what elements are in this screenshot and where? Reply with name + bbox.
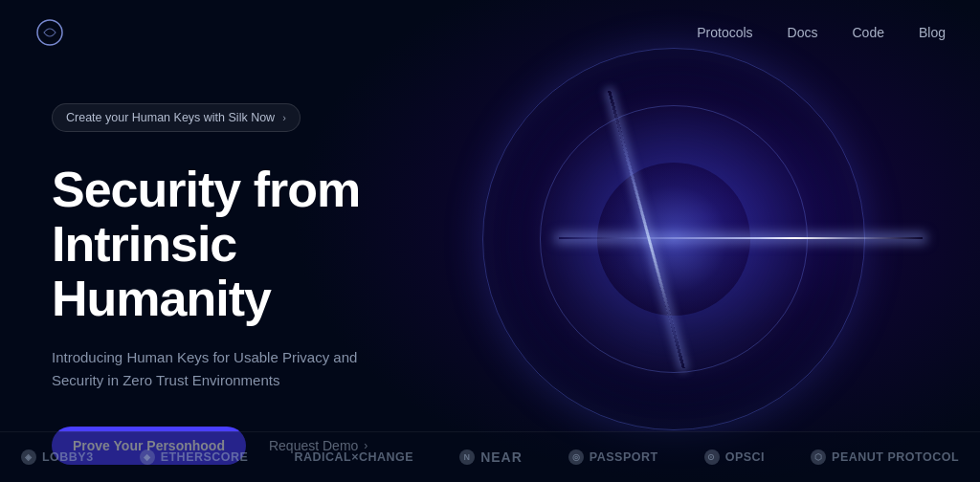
beam-horizontal [559,237,923,239]
nav-docs[interactable]: Docs [788,25,818,40]
hero-section: Create your Human Keys with Silk Now › S… [0,65,498,482]
partner-radicalchange: RADICAL×CHANGE [294,450,413,464]
peanut-label: PEANUT PROTOCOL [832,450,959,464]
navbar: Protocols Docs Code Blog [0,0,980,65]
near-label: near [480,449,523,465]
partners-bar: ◈ Lobby3 ◆ ETHERSCORE RADICAL×CHANGE N n… [0,431,980,482]
nav-blog[interactable]: Blog [919,25,946,40]
heading-line1: Security from [52,162,360,217]
hero-subtitle: Introducing Human Keys for Usable Privac… [52,346,358,392]
radicalchange-label: RADICAL×CHANGE [294,450,413,464]
partner-opsci: ⊙ OPSCI [704,449,765,465]
orb-glow [597,163,750,316]
passport-label: Passport [590,450,658,464]
etherscore-icon: ◆ [140,449,155,465]
partner-near: N near [459,449,523,465]
hero-heading: Security from Intrinsic Humanity [52,163,446,327]
opsci-icon: ⊙ [704,449,720,465]
banner-chevron: › [282,112,286,123]
lobby3-icon: ◈ [21,449,36,465]
hero-orb [463,29,903,449]
svg-point-0 [37,20,62,45]
partner-etherscore: ◆ ETHERSCORE [140,449,249,465]
etherscore-label: ETHERSCORE [161,450,249,464]
logo-icon [34,17,65,48]
opsci-label: OPSCI [725,450,765,464]
logo[interactable] [34,17,65,48]
partner-lobby3: ◈ Lobby3 [21,449,94,465]
nav-code[interactable]: Code [853,25,884,40]
heading-line2: Intrinsic Humanity [52,216,271,326]
passport-icon: ◎ [568,449,584,465]
nav-links: Protocols Docs Code Blog [697,25,946,40]
peanut-icon: ⬡ [811,449,826,465]
near-icon: N [459,449,475,465]
banner-pill[interactable]: Create your Human Keys with Silk Now › [52,103,301,132]
partner-peanut: ⬡ PEANUT PROTOCOL [811,449,959,465]
banner-text: Create your Human Keys with Silk Now [66,111,275,124]
nav-protocols[interactable]: Protocols [697,25,752,40]
lobby3-label: Lobby3 [42,450,94,464]
partner-passport: ◎ Passport [568,449,658,465]
